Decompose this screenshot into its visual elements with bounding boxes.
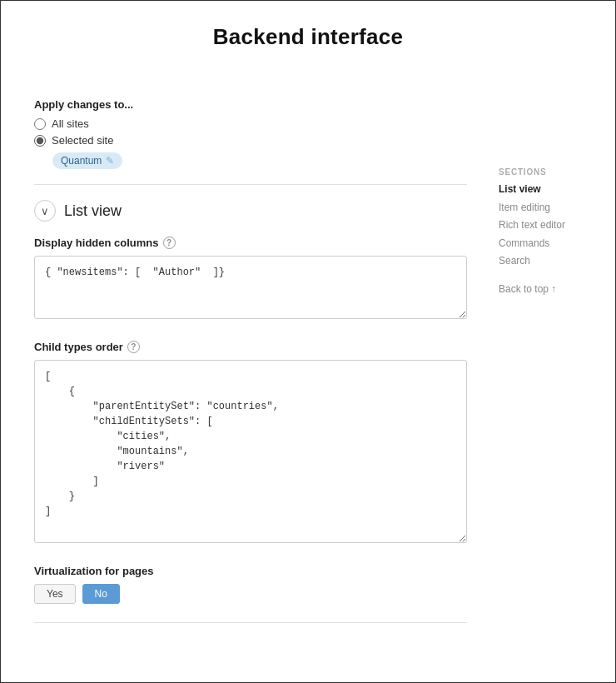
sidebar-nav: SECTIONS List view Item editing Rich tex… bbox=[499, 167, 590, 295]
selected-site-label: Selected site bbox=[52, 134, 113, 147]
display-hidden-columns-input[interactable]: { "newsitems": [ "Author" ]} bbox=[34, 256, 467, 319]
child-types-order-help-icon[interactable]: ? bbox=[127, 341, 140, 353]
apply-label: Apply changes to... bbox=[34, 98, 467, 111]
edit-site-icon[interactable]: ✎ bbox=[106, 155, 114, 167]
apply-changes-section: Apply changes to... All sites Selected s… bbox=[34, 98, 467, 169]
back-to-top[interactable]: Back to top ↑ bbox=[499, 283, 590, 295]
virtualization-yes-button[interactable]: Yes bbox=[34, 584, 76, 604]
virtualization-block: Virtualization for pages Yes No bbox=[34, 565, 467, 604]
nav-item-search[interactable]: Search bbox=[499, 255, 590, 268]
virtualization-no-button[interactable]: No bbox=[82, 584, 120, 604]
collapse-button[interactable]: ∨ bbox=[34, 200, 56, 222]
child-types-order-block: Child types order ? [ { "parentEntitySet… bbox=[34, 341, 467, 546]
display-hidden-columns-block: Display hidden columns ? { "newsitems": … bbox=[34, 237, 467, 322]
virtualization-toggle-row: Yes No bbox=[34, 584, 467, 604]
site-tag[interactable]: Quantum ✎ bbox=[52, 152, 122, 169]
site-tag-label: Quantum bbox=[61, 155, 102, 167]
page-title: Backend interface bbox=[1, 1, 615, 73]
child-types-order-input[interactable]: [ { "parentEntitySet": "countries", "chi… bbox=[34, 360, 467, 543]
arrow-up-icon: ↑ bbox=[551, 283, 556, 295]
back-to-top-label: Back to top bbox=[499, 283, 549, 295]
child-types-order-label: Child types order ? bbox=[34, 341, 467, 353]
sections-label: SECTIONS bbox=[499, 167, 590, 177]
section-divider-2 bbox=[34, 622, 467, 623]
nav-item-list-view[interactable]: List view bbox=[499, 183, 590, 197]
all-sites-radio[interactable] bbox=[34, 118, 46, 130]
virtualization-label: Virtualization for pages bbox=[34, 565, 467, 577]
nav-item-rich-text-editor[interactable]: Rich text editor bbox=[499, 219, 590, 232]
chevron-down-icon: ∨ bbox=[41, 205, 49, 217]
all-sites-label: All sites bbox=[52, 117, 89, 130]
display-hidden-columns-label: Display hidden columns ? bbox=[34, 237, 467, 249]
list-view-title: List view bbox=[64, 202, 122, 220]
section-divider-1 bbox=[34, 184, 467, 185]
selected-site-row: Selected site bbox=[34, 134, 467, 147]
nav-item-commands[interactable]: Commands bbox=[499, 237, 590, 251]
nav-item-item-editing[interactable]: Item editing bbox=[499, 202, 590, 215]
display-hidden-columns-help-icon[interactable]: ? bbox=[163, 237, 176, 249]
all-sites-row: All sites bbox=[34, 117, 467, 130]
selected-site-radio[interactable] bbox=[34, 135, 46, 147]
list-view-section-header: ∨ List view bbox=[34, 200, 467, 222]
